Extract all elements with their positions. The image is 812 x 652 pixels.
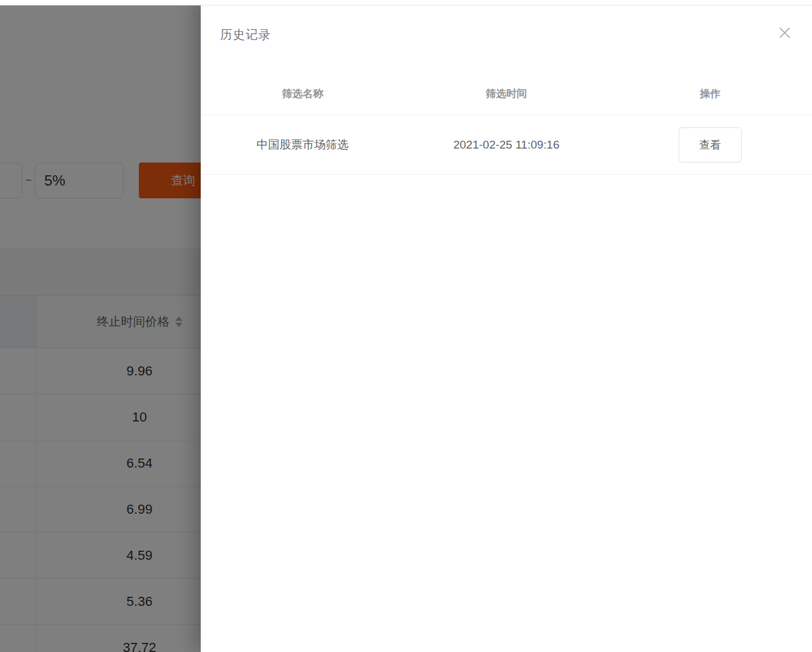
history-drawer: 历史记录 筛选名称 筛选时间 操作 中国股票市场筛选 2021-02-25 11… (201, 0, 812, 652)
drawer-title: 历史记录 (220, 27, 271, 43)
header-filter-time: 筛选时间 (404, 87, 608, 101)
history-table-row: 中国股票市场筛选 2021-02-25 11:09:16 查看 (201, 115, 812, 175)
view-button[interactable]: 查看 (679, 127, 742, 163)
header-action: 操作 (608, 87, 812, 101)
action-cell: 查看 (608, 127, 812, 163)
history-table-header-row: 筛选名称 筛选时间 操作 (201, 73, 812, 115)
close-button[interactable] (777, 25, 793, 41)
close-icon (777, 25, 792, 40)
filter-time-cell: 2021-02-25 11:09:16 (404, 138, 608, 152)
filter-name-cell: 中国股票市场筛选 (201, 137, 404, 153)
top-strip (0, 0, 812, 5)
header-filter-name: 筛选名称 (201, 87, 404, 101)
history-table: 筛选名称 筛选时间 操作 中国股票市场筛选 2021-02-25 11:09:1… (201, 73, 812, 175)
